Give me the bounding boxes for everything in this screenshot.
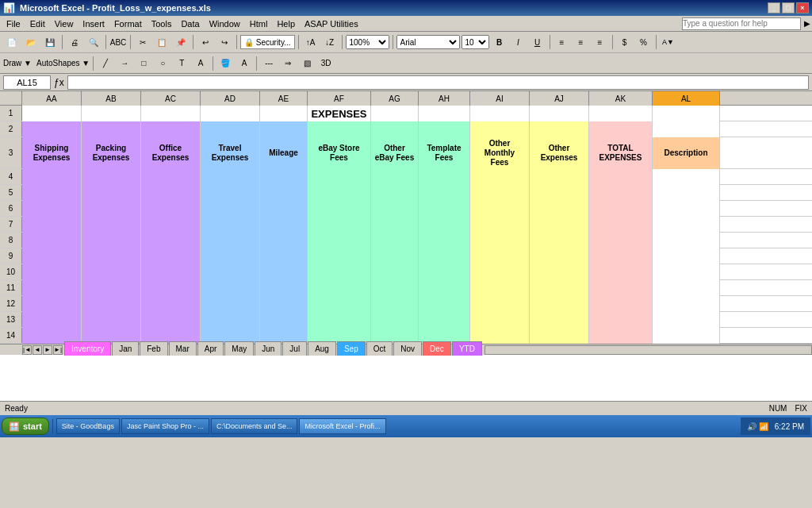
cell-AF6[interactable]	[308, 201, 371, 217]
cell-AL4[interactable]	[653, 169, 720, 185]
tab-next-btn[interactable]: ►	[43, 345, 52, 355]
cell-AC7[interactable]	[141, 217, 201, 233]
tab-first-btn[interactable]: |◄	[22, 345, 32, 355]
cell-AF3-ebay-store[interactable]: eBay Store Fees	[308, 137, 371, 169]
tab-aug[interactable]: Aug	[308, 341, 336, 356]
spell-btn[interactable]: ABC	[109, 34, 127, 50]
cell-AG9[interactable]	[371, 248, 419, 264]
dollar-btn[interactable]: $	[616, 34, 634, 50]
menu-view[interactable]: View	[50, 18, 79, 29]
cell-AD6[interactable]	[201, 201, 260, 217]
col-header-AF[interactable]: AF	[308, 91, 371, 106]
cell-AF9[interactable]	[308, 248, 371, 264]
cell-AA5[interactable]	[22, 185, 82, 201]
cell-AI13[interactable]	[470, 312, 530, 328]
cell-AG12[interactable]	[371, 296, 419, 312]
cell-AJ13[interactable]	[530, 312, 589, 328]
cell-AJ10[interactable]	[530, 264, 589, 280]
dash-btn[interactable]: ---	[260, 56, 278, 71]
cell-AC12[interactable]	[141, 296, 201, 312]
tab-last-btn[interactable]: ►|	[53, 345, 63, 355]
cell-AG8[interactable]	[371, 233, 419, 248]
3d-btn[interactable]: 3D	[317, 56, 335, 71]
cell-AE12[interactable]	[260, 296, 308, 312]
tab-nav-arrows[interactable]: |◄ ◄ ► ►|	[22, 345, 63, 355]
menu-file[interactable]: File	[2, 18, 25, 29]
col-header-AG[interactable]: AG	[371, 91, 419, 106]
preview-btn[interactable]: 🔍	[85, 34, 102, 50]
cell-AK11[interactable]	[589, 280, 653, 296]
cell-AF11[interactable]	[308, 280, 371, 296]
cell-AA11[interactable]	[22, 280, 82, 296]
percent-btn[interactable]: %	[635, 34, 653, 50]
cell-AK12[interactable]	[589, 296, 653, 312]
cell-AH13[interactable]	[419, 312, 470, 328]
expenses-title[interactable]: EXPENSES	[308, 106, 371, 121]
cell-AA6[interactable]	[22, 201, 82, 217]
cell-AL3-description[interactable]: Description	[653, 137, 720, 169]
cell-AA8[interactable]	[22, 233, 82, 248]
tab-jun[interactable]: Jun	[255, 341, 282, 356]
cell-AK3-total[interactable]: TOTAL EXPENSES	[589, 137, 653, 169]
cell-AL1[interactable]	[653, 106, 720, 121]
col-header-AH[interactable]: AH	[419, 91, 470, 106]
security-btn[interactable]: 🔒 Security...	[240, 35, 295, 49]
cell-AK1[interactable]	[589, 106, 653, 121]
help-search[interactable]	[682, 17, 801, 30]
undo-btn[interactable]: ↩	[197, 34, 214, 50]
cell-AH11[interactable]	[419, 280, 470, 296]
fill-btn[interactable]: 🪣	[216, 56, 234, 71]
cell-AA1[interactable]	[22, 106, 82, 121]
cell-AJ11[interactable]	[530, 280, 589, 296]
cell-AB2[interactable]	[82, 121, 141, 137]
cell-AC3-office[interactable]: Office Expenses	[141, 137, 201, 169]
cell-AE10[interactable]	[260, 264, 308, 280]
fill-color-btn[interactable]: A▼	[660, 34, 677, 50]
shadow-btn[interactable]: ▧	[298, 56, 316, 71]
cell-AI10[interactable]	[470, 264, 530, 280]
cell-AH7[interactable]	[419, 217, 470, 233]
cell-AL8[interactable]	[653, 233, 720, 248]
cell-AH12[interactable]	[419, 296, 470, 312]
arrow-btn[interactable]: →	[116, 56, 133, 71]
cell-AA9[interactable]	[22, 248, 82, 264]
cell-AE8[interactable]	[260, 233, 308, 248]
cell-AE3-mileage[interactable]: Mileage	[260, 137, 308, 169]
cell-AC6[interactable]	[141, 201, 201, 217]
cell-AL11[interactable]	[653, 280, 720, 296]
cell-AD12[interactable]	[201, 296, 260, 312]
cell-AF10[interactable]	[308, 264, 371, 280]
cut-btn[interactable]: ✂	[134, 34, 151, 50]
cell-AK8[interactable]	[589, 233, 653, 248]
cell-AJ1[interactable]	[530, 106, 589, 121]
cell-AK2[interactable]	[589, 121, 653, 137]
cell-AE1[interactable]	[260, 106, 308, 121]
cell-AH2[interactable]	[419, 121, 470, 137]
tab-mar[interactable]: Mar	[169, 341, 197, 356]
col-header-AJ[interactable]: AJ	[530, 91, 589, 106]
cell-AH5[interactable]	[419, 185, 470, 201]
cell-AB12[interactable]	[82, 296, 141, 312]
cell-AF8[interactable]	[308, 233, 371, 248]
cell-AG5[interactable]	[371, 185, 419, 201]
wordart-btn[interactable]: A	[192, 56, 209, 71]
h-scroll-track[interactable]	[485, 345, 812, 355]
cell-AJ4[interactable]	[530, 169, 589, 185]
cell-AF2[interactable]	[308, 121, 371, 137]
cell-AI6[interactable]	[470, 201, 530, 217]
cell-AE7[interactable]	[260, 217, 308, 233]
menu-tools[interactable]: Tools	[147, 18, 177, 29]
cell-AA3-shipping[interactable]: Shipping Expenses	[22, 137, 82, 169]
cell-AA10[interactable]	[22, 264, 82, 280]
underline-btn[interactable]: U	[529, 34, 546, 50]
cell-AK13[interactable]	[589, 312, 653, 328]
cell-AJ12[interactable]	[530, 296, 589, 312]
tab-jul[interactable]: Jul	[282, 341, 307, 356]
save-btn[interactable]: 💾	[41, 34, 59, 50]
cell-AI12[interactable]	[470, 296, 530, 312]
tab-apr[interactable]: Apr	[197, 341, 224, 356]
cell-AC1[interactable]	[141, 106, 201, 121]
cell-AG11[interactable]	[371, 280, 419, 296]
taskbar-item-4[interactable]: Microsoft Excel - Profi...	[299, 418, 385, 434]
sort-asc-btn[interactable]: ↑A	[302, 34, 320, 50]
